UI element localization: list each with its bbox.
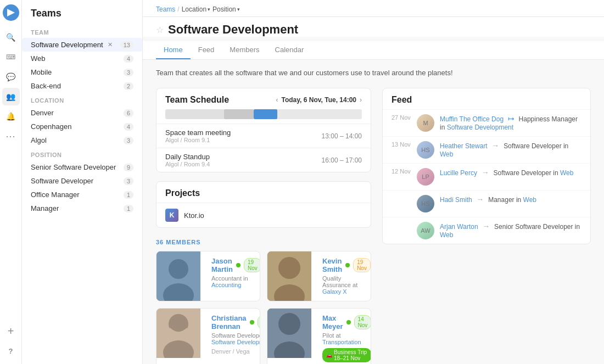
feed-person-hadi[interactable]: Hadi Smith xyxy=(440,196,472,204)
more-icon-btn[interactable]: ··· xyxy=(2,127,20,145)
bell-icon-btn[interactable]: 🔔 xyxy=(2,108,20,125)
members-count: 36 MEMBERS xyxy=(156,239,371,245)
feed-avatar-heather: HS xyxy=(417,141,434,159)
feed-item-3: HS Hadi Smith → Manager in Web xyxy=(383,190,590,217)
feed-team-heather[interactable]: Web xyxy=(440,150,453,158)
feed-person-lucille[interactable]: Lucille Percy xyxy=(440,169,477,177)
member-name-jason[interactable]: Jason Martin xyxy=(211,257,233,273)
sidebar-item-software-development[interactable]: Software Development ✕ 13 xyxy=(22,38,142,52)
member-card-kevin-smith[interactable]: Kevin Smith 19 Nov Quality Assurance at … xyxy=(267,251,371,301)
close-software-development[interactable]: ✕ xyxy=(108,41,113,48)
breadcrumb-location[interactable]: Location ▾ xyxy=(182,5,210,13)
feed-team-hadi[interactable]: Web xyxy=(523,196,536,204)
feed-person-muffin[interactable]: Muffin The Office Dog xyxy=(440,115,504,123)
member-badge-kevin: 19 Nov xyxy=(353,258,371,272)
feed-avatar-muffin: M xyxy=(417,114,434,132)
feed-person-arjan[interactable]: Arjan Warton xyxy=(440,223,478,231)
sidebar-item-office-manager[interactable]: Office Manager 1 xyxy=(22,188,142,201)
app-logo[interactable] xyxy=(3,4,19,21)
feed-avatar-hadi: HS xyxy=(417,195,434,212)
shortcuts-icon-btn[interactable]: ⌨ xyxy=(2,48,20,66)
feed-item-0: 27 Nov M Muffin The Office Dog ↦ Happine… xyxy=(383,109,590,136)
icon-bar: 🔍 ⌨ 💬 👥 🔔 ··· + ? xyxy=(0,0,22,364)
tab-feed[interactable]: Feed xyxy=(191,41,222,59)
schedule-next-btn[interactable]: › xyxy=(360,96,362,104)
sidebar-item-web[interactable]: Web 4 xyxy=(22,52,142,65)
schedule-card: Team Schedule ‹ Today, 6 Nov, Tue, 14:00… xyxy=(156,88,371,172)
members-section: 36 MEMBERS xyxy=(156,239,371,364)
schedule-event-0[interactable]: Space team meeting Algol / Room 9.1 13:0… xyxy=(156,124,371,148)
feed-team-lucille[interactable]: Web xyxy=(560,169,573,177)
schedule-prev-btn[interactable]: ‹ xyxy=(276,96,278,104)
people-icon-btn[interactable]: 👥 xyxy=(2,88,20,105)
sidebar-item-backend[interactable]: Back-end 2 xyxy=(22,79,142,93)
breadcrumb-teams[interactable]: Teams xyxy=(156,5,175,13)
tab-members[interactable]: Members xyxy=(222,41,267,59)
help-icon-btn[interactable]: ? xyxy=(2,342,20,360)
feed-title: Feed xyxy=(383,88,590,109)
add-icon-btn[interactable]: + xyxy=(2,322,20,340)
projects-title: Projects xyxy=(156,182,371,203)
member-name-kevin[interactable]: Kevin Smith xyxy=(322,257,342,273)
location-section-label: Location xyxy=(22,93,142,106)
feed-team-muffin[interactable]: Software Development xyxy=(447,124,513,131)
left-column: Team Schedule ‹ Today, 6 Nov, Tue, 14:00… xyxy=(156,88,371,364)
team-section-label: Team xyxy=(22,25,142,38)
members-grid: Jason Martin 19 Nov Accountant in Accoun… xyxy=(156,251,371,364)
member-status-christiana xyxy=(250,320,254,324)
member-photo-kevin xyxy=(267,251,311,301)
feed-date-0: 27 Nov xyxy=(392,114,411,121)
team-description: Team that creates all the software that … xyxy=(156,69,591,77)
feed-team-arjan[interactable]: Web xyxy=(440,231,453,239)
position-chevron-icon: ▾ xyxy=(237,7,240,12)
member-role-jason: Accountant in Accounting xyxy=(211,275,260,288)
project-item-ktor[interactable]: K Ktor.io xyxy=(156,203,371,227)
sidebar-item-software-developer[interactable]: Software Developer 3 xyxy=(22,174,142,188)
member-location-christiana: Denver / Vega xyxy=(211,348,260,355)
feed-date-1: 13 Nov xyxy=(392,141,411,148)
feed-person-heather[interactable]: Heather Stewart xyxy=(440,142,488,150)
sidebar-item-senior-software-developer[interactable]: Senior Software Developer 9 xyxy=(22,160,142,174)
sidebar-item-denver[interactable]: Denver 6 xyxy=(22,106,142,120)
tabs: Home Feed Members Calendar xyxy=(143,41,604,60)
sidebar-item-manager[interactable]: Manager 1 xyxy=(22,201,142,215)
project-icon-ktor: K xyxy=(165,209,178,222)
member-card-christiana[interactable]: Christiana Brennan 15 Nov Software Devel… xyxy=(156,308,260,364)
member-role-link-kevin[interactable]: Galaxy X xyxy=(322,288,347,295)
feed-item-4: AW Arjan Warton → Senior Software Develo… xyxy=(383,217,590,244)
member-role-link-jason[interactable]: Accounting xyxy=(211,282,241,288)
page-header: ☆ Software Development xyxy=(143,17,604,37)
schedule-today[interactable]: Today, 6 Nov, Tue, 14:00 xyxy=(282,96,357,104)
member-card-max[interactable]: Max Meyer 14 Nov Pilot at Transportation xyxy=(267,308,371,364)
favorite-star-icon[interactable]: ☆ xyxy=(156,25,164,35)
member-role-link-christiana[interactable]: Software Development xyxy=(211,339,260,345)
member-photo-jason xyxy=(156,251,200,301)
tab-home[interactable]: Home xyxy=(156,41,191,59)
member-role-max: Pilot at Transportation xyxy=(322,332,371,345)
timeline-seg-2 xyxy=(224,109,254,119)
timeline-seg-3 xyxy=(254,109,277,119)
timeline-seg-1 xyxy=(165,109,224,119)
member-photo-christiana xyxy=(156,309,200,358)
member-name-christiana[interactable]: Christiana Brennan xyxy=(211,314,247,331)
member-role-christiana: Software Developer at Software Developme… xyxy=(211,332,260,345)
breadcrumb: Teams / Location ▾ Position ▾ xyxy=(143,0,604,17)
member-card-jason-martin[interactable]: Jason Martin 19 Nov Accountant in Accoun… xyxy=(156,251,260,301)
tab-calendar[interactable]: Calendar xyxy=(267,41,312,59)
projects-card: Projects K Ktor.io xyxy=(156,181,371,228)
search-icon-btn[interactable]: 🔍 xyxy=(2,29,20,46)
sidebar-item-copenhagen[interactable]: Copenhagen 4 xyxy=(22,120,142,133)
sidebar-item-algol[interactable]: Algol 3 xyxy=(22,133,142,147)
schedule-event-1[interactable]: Daily Standup Algol / Room 9.4 16:00 – 1… xyxy=(156,148,371,172)
member-role-link-max[interactable]: Transportation xyxy=(322,339,361,345)
schedule-title: Team Schedule xyxy=(165,95,229,105)
sidebar-item-mobile[interactable]: Mobile 3 xyxy=(22,65,142,79)
member-name-max[interactable]: Max Meyer xyxy=(322,314,343,331)
chat-icon-btn[interactable]: 💬 xyxy=(2,68,20,86)
breadcrumb-position[interactable]: Position ▾ xyxy=(212,5,240,13)
member-tag-max: 🚗 Business Trip 18–21 Nov xyxy=(322,348,371,362)
member-badge-jason: 19 Nov xyxy=(244,258,260,272)
member-role-kevin: Quality Assurance at Galaxy X xyxy=(322,275,371,295)
svg-point-6 xyxy=(278,257,300,279)
sidebar: Teams Team Software Development ✕ 13 Web… xyxy=(22,0,143,364)
